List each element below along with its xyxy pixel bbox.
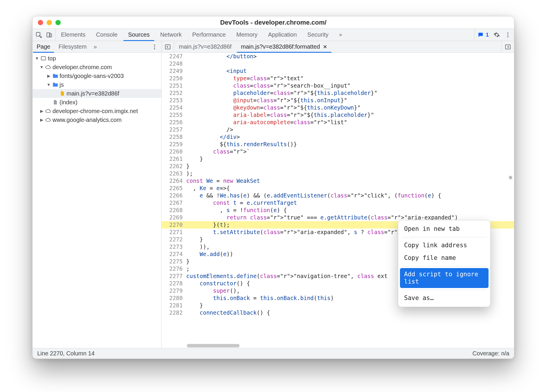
tree-item[interactable]: ▼top bbox=[33, 54, 161, 63]
tree-twisty[interactable]: ▶ bbox=[47, 74, 51, 78]
code-line[interactable]: 2264const We = new WeakSet bbox=[162, 177, 514, 185]
tab-sources[interactable]: Sources bbox=[123, 29, 155, 41]
tree-item[interactable]: (index) bbox=[33, 98, 161, 107]
context-menu-item[interactable]: Add script to ignore list bbox=[400, 268, 489, 288]
zoom-window-button[interactable] bbox=[55, 20, 61, 25]
context-menu-item[interactable]: Copy file name bbox=[400, 252, 489, 264]
overflow-tabs-button[interactable]: » bbox=[334, 29, 347, 41]
settings-icon[interactable] bbox=[494, 32, 500, 38]
minimize-window-button[interactable] bbox=[47, 20, 52, 25]
device-toolbar-icon[interactable] bbox=[46, 32, 52, 38]
code-line[interactable]: 2261 } bbox=[162, 155, 514, 163]
coverage-status: Coverage: n/a bbox=[472, 350, 509, 357]
tab-memory[interactable]: Memory bbox=[231, 29, 263, 41]
editor-tab-label: main.js?v=e382d86f bbox=[179, 43, 232, 50]
code-line[interactable]: 2265 , Ke = e=>{ bbox=[162, 185, 514, 192]
tab-console[interactable]: Console bbox=[91, 29, 123, 41]
editor-tab[interactable]: main.js?v=e382d86f:formatted✕ bbox=[236, 41, 332, 52]
line-number: 2279 bbox=[162, 287, 186, 294]
code-line[interactable]: 2263); bbox=[162, 170, 514, 177]
horizontal-scrollbar[interactable] bbox=[187, 344, 240, 347]
context-menu-item[interactable]: Save as… bbox=[400, 292, 489, 304]
tree-item-label: fonts/google-sans-v2003 bbox=[60, 73, 124, 79]
code-line[interactable]: 2262} bbox=[162, 163, 514, 170]
code-line[interactable]: 2252 placeholder=class="r">"${this.place… bbox=[162, 89, 514, 97]
code-line[interactable]: 2282 connectedCallback() { bbox=[162, 309, 514, 316]
tree-item-label: js bbox=[60, 81, 64, 88]
code-text: placeholder=class="r">"${this.placeholde… bbox=[186, 89, 514, 97]
tab-security[interactable]: Security bbox=[302, 29, 334, 41]
tab-application[interactable]: Application bbox=[263, 29, 302, 41]
code-line[interactable]: 2267 const t = e.currentTarget bbox=[162, 199, 514, 207]
svg-rect-10 bbox=[165, 45, 170, 49]
code-line[interactable]: 2260 class="r">` bbox=[162, 148, 514, 155]
code-line[interactable]: 2255 aria-label=class="r">"${this.placeh… bbox=[162, 111, 514, 119]
history-back-icon[interactable] bbox=[165, 44, 171, 50]
code-line[interactable]: 2256 aria-autocomplete=class="r">"list" bbox=[162, 119, 514, 126]
code-line[interactable]: 2258 </div> bbox=[162, 133, 514, 141]
context-menu-item[interactable]: Copy link address bbox=[400, 239, 489, 252]
tree-twisty[interactable]: ▶ bbox=[40, 117, 44, 122]
code-line[interactable]: 2259 ${this.renderResults()} bbox=[162, 141, 514, 148]
tree-item[interactable]: ▼js bbox=[33, 80, 161, 89]
code-line[interactable]: 2251 class=class="r">"search-box__input" bbox=[162, 82, 514, 89]
code-editor[interactable]: 2247 </button>22482249 <input2250 type=c… bbox=[162, 53, 514, 348]
code-text: connectedCallback() { bbox=[186, 309, 514, 316]
line-number: 2278 bbox=[162, 280, 186, 287]
code-text: type=class="r">"text" bbox=[186, 75, 514, 82]
context-menu-separator bbox=[402, 237, 487, 237]
tree-item[interactable]: ▶fonts/google-sans-v2003 bbox=[33, 71, 161, 80]
svg-point-7 bbox=[154, 46, 155, 47]
kebab-menu-icon[interactable] bbox=[505, 32, 511, 38]
close-window-button[interactable] bbox=[38, 20, 43, 25]
navigator-tab-bar: Page Filesystem » bbox=[33, 41, 161, 53]
editor-pane: main.js?v=e382d86fmain.js?v=e382d86f:for… bbox=[162, 41, 514, 348]
tree-twisty[interactable]: ▼ bbox=[35, 56, 39, 61]
code-line[interactable]: 2266 e && !We.has(e) && (e.addEventListe… bbox=[162, 192, 514, 199]
code-line[interactable]: 2247 </button> bbox=[162, 53, 514, 60]
line-number: 2265 bbox=[162, 185, 186, 192]
code-line[interactable]: 2268 , s = !function(e) { bbox=[162, 207, 514, 214]
tab-network[interactable]: Network bbox=[155, 29, 187, 41]
code-text: <input bbox=[186, 67, 514, 75]
tree-item[interactable]: ▶www.google-analytics.com bbox=[33, 115, 161, 124]
code-line[interactable]: 2248 bbox=[162, 60, 514, 67]
inspect-element-icon[interactable] bbox=[35, 32, 42, 38]
code-line[interactable]: 2257 /> bbox=[162, 126, 514, 133]
tree-twisty[interactable]: ▼ bbox=[47, 82, 51, 87]
vertical-scrollbar[interactable] bbox=[509, 176, 512, 179]
file-tree[interactable]: ▼top▼developer.chrome.com▶fonts/google-s… bbox=[33, 53, 161, 348]
code-line[interactable]: 2254 @keydown=class="r">"${this.onKeyDow… bbox=[162, 104, 514, 111]
tree-twisty[interactable]: ▼ bbox=[40, 65, 44, 69]
context-menu-item[interactable]: Open in new tab bbox=[400, 223, 489, 235]
code-text bbox=[186, 60, 514, 67]
cloud-icon bbox=[45, 64, 51, 70]
code-line[interactable]: 2249 <input bbox=[162, 67, 514, 75]
toggle-sidebar-icon[interactable] bbox=[505, 44, 511, 50]
navigator-overflow-button[interactable]: » bbox=[91, 41, 100, 52]
tree-item[interactable]: main.js?v=e382d86f bbox=[33, 89, 161, 98]
tab-performance[interactable]: Performance bbox=[187, 29, 231, 41]
toolbar-left bbox=[33, 29, 56, 41]
line-number: 2248 bbox=[162, 60, 186, 67]
svg-rect-11 bbox=[506, 45, 511, 49]
line-number: 2276 bbox=[162, 265, 186, 272]
line-number: 2254 bbox=[162, 104, 186, 111]
navigator-kebab-icon[interactable] bbox=[148, 41, 161, 52]
close-icon[interactable]: ✕ bbox=[323, 44, 327, 50]
tab-page[interactable]: Page bbox=[33, 41, 55, 52]
tab-filesystem[interactable]: Filesystem bbox=[55, 41, 91, 52]
tree-item[interactable]: ▶developer-chrome-com.imgix.net bbox=[33, 107, 161, 115]
cloud-icon bbox=[45, 108, 51, 114]
tab-elements[interactable]: Elements bbox=[56, 29, 91, 41]
tree-item-label: top bbox=[48, 55, 56, 62]
code-line[interactable]: 2253 @input=class="r">"${this.onInput}" bbox=[162, 97, 514, 104]
svg-point-5 bbox=[507, 36, 508, 37]
editor-tab[interactable]: main.js?v=e382d86f bbox=[174, 41, 236, 52]
code-line[interactable]: 2250 type=class="r">"text" bbox=[162, 75, 514, 82]
code-text: , Ke = e=>{ bbox=[186, 185, 514, 192]
tree-item[interactable]: ▼developer.chrome.com bbox=[33, 63, 161, 71]
issues-button[interactable]: 1 bbox=[477, 32, 489, 38]
line-number: 2277 bbox=[162, 272, 186, 280]
tree-twisty[interactable]: ▶ bbox=[40, 109, 44, 113]
